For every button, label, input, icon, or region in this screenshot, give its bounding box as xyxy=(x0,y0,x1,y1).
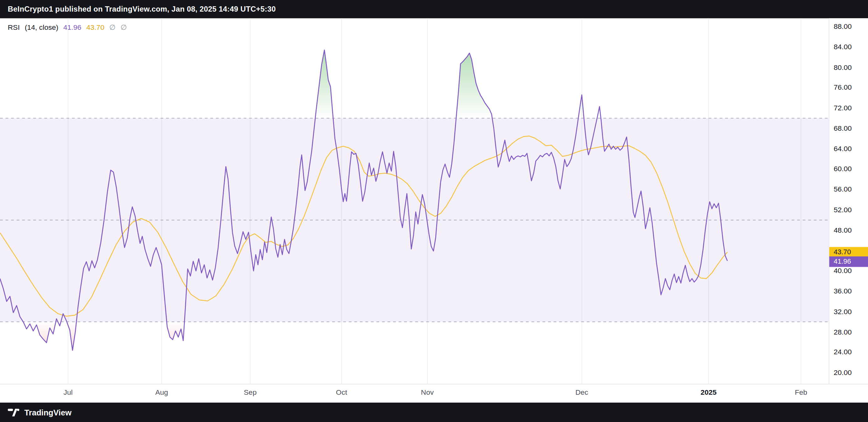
y-axis-label: 24.00 xyxy=(834,348,851,357)
y-axis-label: 20.00 xyxy=(834,368,851,377)
rsi-value-badge: 41.96 xyxy=(829,257,868,267)
y-axis-label: 48.00 xyxy=(834,226,851,235)
y-axis-label: 68.00 xyxy=(834,124,851,132)
y-axis-label: 84.00 xyxy=(834,43,851,52)
x-axis-label: Feb xyxy=(795,388,807,396)
x-axis-label: Aug xyxy=(155,388,168,396)
null-value-icon: ∅ xyxy=(121,23,127,31)
y-axis-label: 64.00 xyxy=(834,144,851,153)
x-axis-label: Sep xyxy=(244,388,257,396)
header-bar: BeInCrypto1 published on TradingView.com… xyxy=(0,0,868,18)
legend-params: (14, close) xyxy=(25,23,58,31)
x-axis-label: Jul xyxy=(64,388,73,396)
chart-canvas[interactable] xyxy=(0,18,868,384)
indicator-legend: RSI (14, close) 41.96 43.70 ∅ ∅ xyxy=(8,23,127,31)
x-axis-label: Dec xyxy=(575,388,588,396)
legend-ma-value: 43.70 xyxy=(86,23,104,31)
y-axis-label: 32.00 xyxy=(834,307,851,316)
tradingview-snapshot-page: BeInCrypto1 published on TradingView.com… xyxy=(0,0,868,422)
y-axis-label: 28.00 xyxy=(834,328,851,336)
null-value-icon: ∅ xyxy=(110,23,116,31)
ma-value-badge: 43.70 xyxy=(829,247,868,258)
chart-area[interactable]: RSI (14, close) 41.96 43.70 ∅ ∅ xyxy=(0,18,868,384)
tradingview-logo-icon xyxy=(8,409,20,416)
x-axis-label: 2025 xyxy=(701,388,717,396)
y-axis-label: 40.00 xyxy=(834,267,851,275)
x-axis-label: Nov xyxy=(421,388,434,396)
y-axis-label: 60.00 xyxy=(834,164,851,173)
x-axis-label: Oct xyxy=(336,388,347,396)
time-scale[interactable]: JulAugSepOctNovDec2025Feb xyxy=(0,384,868,402)
y-axis-label: 56.00 xyxy=(834,185,851,194)
header-attribution: BeInCrypto1 published on TradingView.com… xyxy=(8,5,276,13)
y-axis-label: 76.00 xyxy=(834,83,851,92)
price-scale[interactable]: 88.0084.0080.0076.0072.0068.0064.0060.00… xyxy=(829,18,868,402)
footer-bar: TradingView xyxy=(0,402,868,422)
y-axis-label: 52.00 xyxy=(834,205,851,214)
footer-brand: TradingView xyxy=(25,408,71,417)
y-axis-label: 36.00 xyxy=(834,287,851,296)
y-axis-label: 80.00 xyxy=(834,63,851,71)
legend-rsi-value: 41.96 xyxy=(63,23,81,31)
y-axis-label: 88.00 xyxy=(834,22,851,31)
legend-title: RSI xyxy=(8,23,20,31)
y-axis-label: 72.00 xyxy=(834,103,851,112)
